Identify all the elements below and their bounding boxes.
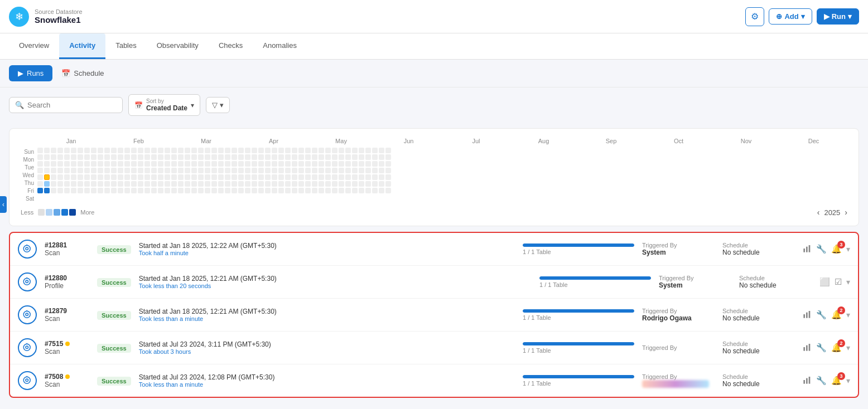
- cal-cell-38-1[interactable]: [292, 154, 297, 160]
- cal-cell-52-2[interactable]: [385, 161, 391, 167]
- cal-cell-22-3[interactable]: [185, 168, 190, 173]
- year-next-button[interactable]: ›: [845, 208, 847, 217]
- cal-cell-35-1[interactable]: [272, 154, 277, 160]
- cal-cell-17-2[interactable]: [151, 161, 157, 167]
- cal-cell-45-4[interactable]: [339, 174, 344, 180]
- cal-cell-32-2[interactable]: [252, 161, 257, 167]
- cal-cell-13-3[interactable]: [124, 168, 130, 173]
- cal-cell-15-4[interactable]: [138, 174, 143, 180]
- cal-cell-25-3[interactable]: [205, 168, 210, 173]
- cal-cell-40-5[interactable]: [305, 181, 311, 187]
- expand-chevron-4[interactable]: ▾: [846, 376, 850, 385]
- cal-cell-20-3[interactable]: [171, 168, 177, 173]
- cal-cell-34-1[interactable]: [265, 154, 271, 160]
- cal-cell-42-0[interactable]: [319, 148, 324, 153]
- cal-cell-3-6[interactable]: [57, 188, 63, 193]
- cal-cell-5-4[interactable]: [71, 174, 76, 180]
- cal-cell-36-5[interactable]: [278, 181, 284, 187]
- cal-cell-19-4[interactable]: [165, 174, 170, 180]
- box-icon-1[interactable]: ⬜: [819, 277, 830, 287]
- cal-cell-9-3[interactable]: [98, 168, 103, 173]
- year-prev-button[interactable]: ‹: [817, 208, 820, 217]
- cal-cell-1-5[interactable]: [44, 181, 50, 187]
- cal-cell-40-1[interactable]: [305, 154, 311, 160]
- cal-cell-39-4[interactable]: [298, 174, 304, 180]
- cal-cell-43-0[interactable]: [325, 148, 331, 153]
- sub-tab-runs[interactable]: ▶ Runs: [9, 65, 52, 81]
- cal-cell-25-1[interactable]: [205, 154, 210, 160]
- bell-icon-2[interactable]: 🔔2: [831, 310, 842, 320]
- cal-cell-33-3[interactable]: [258, 168, 264, 173]
- cal-cell-24-4[interactable]: [198, 174, 204, 180]
- cal-cell-8-5[interactable]: [91, 181, 97, 187]
- cal-cell-2-0[interactable]: [51, 148, 56, 153]
- cal-cell-7-1[interactable]: [84, 154, 90, 160]
- bell-icon-4[interactable]: 🔔3: [831, 376, 842, 386]
- sort-button[interactable]: 📅 Sort by Created Date ▾: [128, 94, 200, 116]
- cal-cell-27-3[interactable]: [218, 168, 224, 173]
- cal-cell-8-4[interactable]: [91, 174, 97, 180]
- cal-cell-50-2[interactable]: [372, 161, 378, 167]
- expand-chevron-1[interactable]: ▾: [846, 277, 850, 286]
- cal-cell-11-1[interactable]: [111, 154, 117, 160]
- expand-chevron-3[interactable]: ▾: [846, 343, 850, 352]
- cal-cell-39-2[interactable]: [298, 161, 304, 167]
- cal-cell-50-1[interactable]: [372, 154, 378, 160]
- cal-cell-7-4[interactable]: [84, 174, 90, 180]
- cal-cell-32-4[interactable]: [252, 174, 257, 180]
- cal-cell-23-2[interactable]: [191, 161, 197, 167]
- tab-tables[interactable]: Tables: [105, 33, 147, 59]
- cal-cell-44-3[interactable]: [332, 168, 337, 173]
- cal-cell-6-4[interactable]: [78, 174, 83, 180]
- cal-cell-26-2[interactable]: [211, 161, 217, 167]
- cal-cell-21-2[interactable]: [178, 161, 184, 167]
- cal-cell-41-6[interactable]: [312, 188, 317, 193]
- cal-cell-18-2[interactable]: [158, 161, 163, 167]
- cal-cell-28-4[interactable]: [225, 174, 230, 180]
- cal-cell-4-0[interactable]: [64, 148, 70, 153]
- cal-cell-17-5[interactable]: [151, 181, 157, 187]
- cal-cell-7-0[interactable]: [84, 148, 90, 153]
- cal-cell-51-1[interactable]: [379, 154, 384, 160]
- cal-cell-40-3[interactable]: [305, 168, 311, 173]
- cal-cell-5-1[interactable]: [71, 154, 76, 160]
- cal-cell-21-5[interactable]: [178, 181, 184, 187]
- chart-icon-4[interactable]: [803, 376, 812, 386]
- cal-cell-11-2[interactable]: [111, 161, 117, 167]
- cal-cell-4-5[interactable]: [64, 181, 70, 187]
- cal-cell-14-2[interactable]: [131, 161, 137, 167]
- cal-cell-14-5[interactable]: [131, 181, 137, 187]
- cal-cell-8-6[interactable]: [91, 188, 97, 193]
- cal-cell-43-1[interactable]: [325, 154, 331, 160]
- cal-cell-0-2[interactable]: [37, 161, 43, 167]
- cal-cell-38-2[interactable]: [292, 161, 297, 167]
- cal-cell-17-6[interactable]: [151, 188, 157, 193]
- cal-cell-27-4[interactable]: [218, 174, 224, 180]
- cal-cell-35-6[interactable]: [272, 188, 277, 193]
- cal-cell-43-2[interactable]: [325, 161, 331, 167]
- cal-cell-36-6[interactable]: [278, 188, 284, 193]
- cal-cell-18-0[interactable]: [158, 148, 163, 153]
- cal-cell-17-0[interactable]: [151, 148, 157, 153]
- cal-cell-5-6[interactable]: [71, 188, 76, 193]
- cal-cell-52-5[interactable]: [385, 181, 391, 187]
- cal-cell-52-6[interactable]: [385, 188, 391, 193]
- cal-cell-41-1[interactable]: [312, 154, 317, 160]
- cal-cell-39-1[interactable]: [298, 154, 304, 160]
- cal-cell-23-6[interactable]: [191, 188, 197, 193]
- cal-cell-21-4[interactable]: [178, 174, 184, 180]
- cal-cell-16-5[interactable]: [144, 181, 150, 187]
- cal-cell-9-2[interactable]: [98, 161, 103, 167]
- tab-overview[interactable]: Overview: [9, 33, 59, 59]
- wrench-icon-2[interactable]: 🔧: [816, 310, 827, 320]
- cal-cell-48-4[interactable]: [359, 174, 364, 180]
- cal-cell-31-0[interactable]: [245, 148, 250, 153]
- cal-cell-16-2[interactable]: [144, 161, 150, 167]
- cal-cell-21-3[interactable]: [178, 168, 184, 173]
- cal-cell-27-2[interactable]: [218, 161, 224, 167]
- cal-cell-15-3[interactable]: [138, 168, 143, 173]
- cal-cell-0-1[interactable]: [37, 154, 43, 160]
- cal-cell-13-1[interactable]: [124, 154, 130, 160]
- cal-cell-20-0[interactable]: [171, 148, 177, 153]
- cal-cell-26-1[interactable]: [211, 154, 217, 160]
